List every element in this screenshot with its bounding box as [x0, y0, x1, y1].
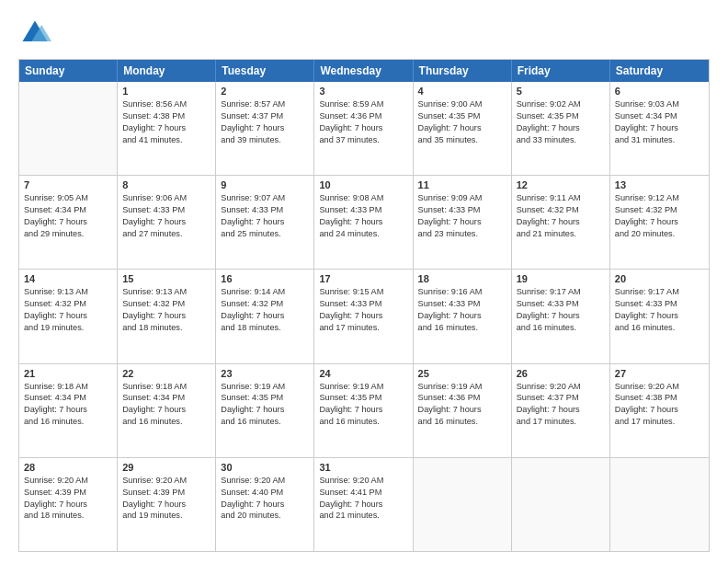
daylight-text-2: and 16 minutes. [615, 322, 704, 334]
weekday-header-friday: Friday [512, 60, 610, 82]
daylight-text-1: Daylight: 7 hours [221, 216, 309, 228]
daylight-text-1: Daylight: 7 hours [615, 122, 704, 134]
day-cell-7: 7Sunrise: 9:05 AMSunset: 4:34 PMDaylight… [19, 176, 118, 269]
daylight-text-1: Daylight: 7 hours [122, 216, 210, 228]
day-number: 11 [418, 179, 506, 190]
sunrise-text: Sunrise: 9:02 AM [517, 98, 605, 110]
day-cell-11: 11Sunrise: 9:09 AMSunset: 4:33 PMDayligh… [414, 176, 512, 269]
day-number: 26 [517, 368, 605, 379]
sunrise-text: Sunrise: 9:20 AM [122, 475, 210, 487]
daylight-text-2: and 29 minutes. [24, 228, 112, 240]
day-number: 13 [615, 179, 704, 190]
sunrise-text: Sunrise: 8:57 AM [221, 98, 309, 110]
sunrise-text: Sunrise: 9:19 AM [319, 381, 407, 393]
sunrise-text: Sunrise: 9:06 AM [122, 192, 210, 204]
day-cell-30: 30Sunrise: 9:20 AMSunset: 4:40 PMDayligh… [216, 458, 314, 551]
sunrise-text: Sunrise: 9:05 AM [24, 192, 112, 204]
daylight-text-2: and 21 minutes. [319, 510, 407, 522]
day-number: 5 [517, 86, 605, 97]
sunset-text: Sunset: 4:37 PM [221, 110, 309, 122]
day-number: 19 [517, 273, 605, 284]
calendar: SundayMondayTuesdayWednesdayThursdayFrid… [18, 59, 710, 552]
sunset-text: Sunset: 4:34 PM [24, 204, 112, 216]
daylight-text-2: and 18 minutes. [24, 510, 112, 522]
day-cell-3: 3Sunrise: 8:59 AMSunset: 4:36 PMDaylight… [314, 82, 413, 175]
sunset-text: Sunset: 4:33 PM [319, 298, 407, 310]
sunrise-text: Sunrise: 9:00 AM [418, 98, 506, 110]
day-cell-9: 9Sunrise: 9:07 AMSunset: 4:33 PMDaylight… [216, 176, 314, 269]
sunset-text: Sunset: 4:34 PM [615, 110, 704, 122]
daylight-text-2: and 16 minutes. [418, 416, 506, 428]
daylight-text-1: Daylight: 7 hours [319, 404, 407, 416]
sunset-text: Sunset: 4:36 PM [319, 110, 407, 122]
sunrise-text: Sunrise: 9:14 AM [221, 286, 309, 298]
daylight-text-1: Daylight: 7 hours [319, 499, 407, 511]
logo [18, 17, 55, 50]
day-number: 25 [418, 368, 506, 379]
daylight-text-1: Daylight: 7 hours [319, 122, 407, 134]
day-number: 20 [615, 273, 704, 284]
daylight-text-2: and 16 minutes. [517, 322, 605, 334]
empty-cell [19, 82, 118, 175]
sunrise-text: Sunrise: 9:20 AM [24, 475, 112, 487]
sunset-text: Sunset: 4:36 PM [418, 392, 506, 404]
daylight-text-2: and 16 minutes. [122, 416, 210, 428]
sunrise-text: Sunrise: 9:11 AM [517, 192, 605, 204]
sunrise-text: Sunrise: 9:19 AM [418, 381, 506, 393]
day-cell-6: 6Sunrise: 9:03 AMSunset: 4:34 PMDaylight… [610, 82, 709, 175]
sunset-text: Sunset: 4:33 PM [122, 204, 210, 216]
sunset-text: Sunset: 4:33 PM [221, 204, 309, 216]
daylight-text-2: and 16 minutes. [418, 322, 506, 334]
calendar-header: SundayMondayTuesdayWednesdayThursdayFrid… [19, 60, 709, 82]
daylight-text-2: and 17 minutes. [517, 416, 605, 428]
daylight-text-2: and 21 minutes. [517, 228, 605, 240]
sunrise-text: Sunrise: 9:17 AM [615, 286, 704, 298]
sunset-text: Sunset: 4:35 PM [418, 110, 506, 122]
day-number: 2 [221, 86, 309, 97]
day-number: 29 [122, 462, 210, 473]
sunrise-text: Sunrise: 9:16 AM [418, 286, 506, 298]
calendar-body: 1Sunrise: 8:56 AMSunset: 4:38 PMDaylight… [19, 82, 709, 551]
daylight-text-2: and 19 minutes. [122, 510, 210, 522]
empty-cell [610, 458, 709, 551]
sunset-text: Sunset: 4:33 PM [418, 298, 506, 310]
weekday-header-thursday: Thursday [414, 60, 512, 82]
sunrise-text: Sunrise: 9:15 AM [319, 286, 407, 298]
sunset-text: Sunset: 4:35 PM [221, 392, 309, 404]
daylight-text-2: and 17 minutes. [319, 322, 407, 334]
sunset-text: Sunset: 4:32 PM [122, 298, 210, 310]
daylight-text-1: Daylight: 7 hours [418, 216, 506, 228]
day-number: 1 [122, 86, 210, 97]
day-cell-10: 10Sunrise: 9:08 AMSunset: 4:33 PMDayligh… [314, 176, 413, 269]
calendar-row-1: 1Sunrise: 8:56 AMSunset: 4:38 PMDaylight… [19, 82, 709, 175]
day-number: 18 [418, 273, 506, 284]
day-number: 24 [319, 368, 407, 379]
sunset-text: Sunset: 4:37 PM [517, 392, 605, 404]
day-cell-19: 19Sunrise: 9:17 AMSunset: 4:33 PMDayligh… [512, 270, 610, 362]
day-number: 12 [517, 179, 605, 190]
daylight-text-1: Daylight: 7 hours [122, 122, 210, 134]
day-cell-21: 21Sunrise: 9:18 AMSunset: 4:34 PMDayligh… [19, 364, 118, 457]
sunrise-text: Sunrise: 9:20 AM [221, 475, 309, 487]
day-number: 28 [24, 462, 112, 473]
sunrise-text: Sunrise: 9:19 AM [221, 381, 309, 393]
logo-icon [18, 17, 51, 50]
daylight-text-2: and 17 minutes. [615, 416, 704, 428]
day-cell-22: 22Sunrise: 9:18 AMSunset: 4:34 PMDayligh… [118, 364, 216, 457]
day-cell-17: 17Sunrise: 9:15 AMSunset: 4:33 PMDayligh… [314, 270, 413, 362]
day-number: 30 [221, 462, 309, 473]
page: SundayMondayTuesdayWednesdayThursdayFrid… [0, 0, 728, 563]
daylight-text-1: Daylight: 7 hours [418, 310, 506, 322]
day-cell-27: 27Sunrise: 9:20 AMSunset: 4:38 PMDayligh… [610, 364, 709, 457]
daylight-text-2: and 39 minutes. [221, 134, 309, 146]
day-number: 4 [418, 86, 506, 97]
weekday-header-wednesday: Wednesday [314, 60, 413, 82]
calendar-row-3: 14Sunrise: 9:13 AMSunset: 4:32 PMDayligh… [19, 269, 709, 362]
sunset-text: Sunset: 4:33 PM [418, 204, 506, 216]
daylight-text-1: Daylight: 7 hours [24, 310, 112, 322]
day-number: 14 [24, 273, 112, 284]
sunset-text: Sunset: 4:32 PM [24, 298, 112, 310]
daylight-text-1: Daylight: 7 hours [517, 216, 605, 228]
sunrise-text: Sunrise: 9:13 AM [122, 286, 210, 298]
daylight-text-1: Daylight: 7 hours [24, 404, 112, 416]
